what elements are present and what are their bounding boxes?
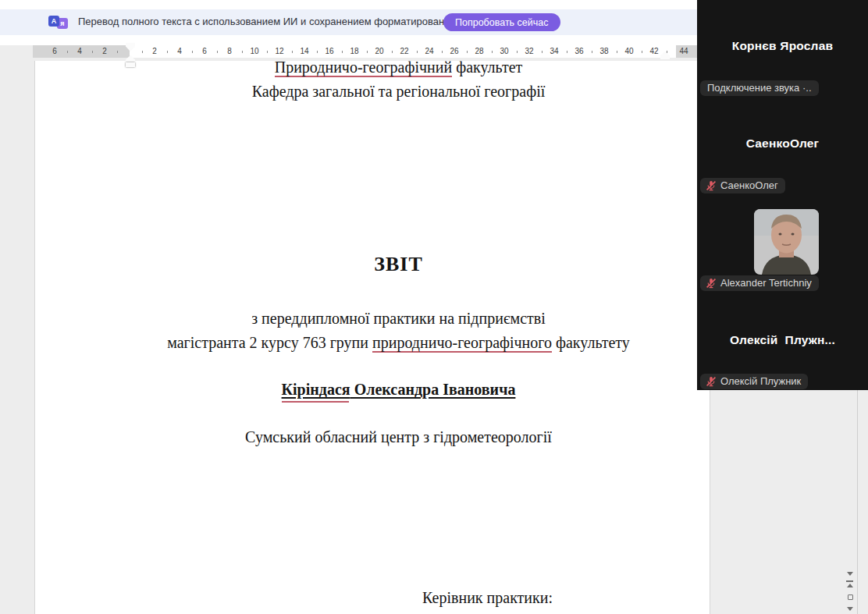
ruler-number: 14 [298, 47, 311, 55]
ruler-tick [342, 51, 343, 53]
ruler-tick [492, 51, 493, 53]
student-line-after: факультету [552, 334, 630, 351]
scrollbar-navigation [842, 568, 858, 614]
ruler-tick [67, 51, 68, 53]
ruler-number: 6 [198, 47, 211, 55]
organization-line: Сумський обласний центр з гідрометеороло… [131, 425, 666, 449]
report-title: ЗВІТ [131, 250, 666, 279]
translate-icon-letter-a: A [48, 16, 59, 27]
ruler-number: 2 [98, 47, 111, 55]
ruler-tick [217, 51, 218, 53]
top-strip [0, 0, 697, 9]
ruler-number: 6 [48, 47, 61, 55]
next-page-button[interactable] [842, 603, 858, 614]
ruler-number: 4 [73, 47, 86, 55]
ruler-number: 2 [148, 47, 161, 55]
ruler-number: 8 [223, 47, 236, 55]
ruler-tick [142, 51, 143, 53]
department-line: Кафедра загальної та регіональної геогра… [131, 80, 666, 103]
participant-video-thumbnail [754, 209, 819, 275]
student-name-rest: Олександра Івановича [350, 381, 516, 398]
student-line: магістранта 2 курсу 763 групи природничо… [131, 331, 666, 354]
ruler-tick [242, 51, 243, 53]
spellcheck-underline: Кіріндася [282, 381, 350, 398]
participant-label-text: Подключение звука ·.. [707, 82, 812, 94]
participant-tile-pluzhnyk[interactable]: Олексій Плужн... Олексій Плужник [697, 293, 868, 390]
ruler-number: 44 [678, 47, 690, 55]
ruler-tick [667, 51, 667, 53]
participant-tile-tertichniy[interactable]: Alexander Tertichniy [697, 195, 868, 293]
participant-name: Олексій Плужн... [697, 333, 868, 347]
participant-name: СаенкоОлег [697, 137, 868, 151]
try-now-button[interactable]: Попробовать сейчас [443, 13, 560, 31]
participant-label: Подключение звука ·.. [700, 80, 819, 96]
participant-label: Олексій Плужник [700, 374, 808, 389]
ruler-tick [292, 51, 293, 53]
scroll-down-button[interactable] [842, 568, 858, 580]
participant-label: СаенкоОлег [700, 178, 785, 193]
participant-label: Alexander Tertichniy [700, 275, 819, 291]
supervisor-line: Керівник практики: [422, 586, 553, 609]
ruler-number: 20 [373, 47, 386, 55]
ruler-number: 36 [573, 47, 585, 55]
ruler-number: 4 [173, 47, 186, 55]
left-indent-marker[interactable] [126, 62, 135, 67]
ruler-tick [317, 51, 318, 53]
spellcheck-underline: Природничо-географічний [275, 61, 452, 77]
ruler-number: 18 [348, 47, 361, 55]
ruler-tick [442, 51, 443, 53]
meeting-participants-panel: Корнєв Ярослав Подключение звука ·.. Сае… [697, 0, 868, 390]
previous-page-button[interactable] [842, 580, 858, 591]
translate-banner: A я Перевод полного текста с использован… [0, 9, 697, 35]
ruler-tick [617, 51, 617, 53]
ruler-tick [592, 51, 592, 53]
faculty-line: Природничо-географічний факультет [131, 61, 666, 79]
participant-label-text: СаенкоОлег [720, 179, 778, 191]
ruler-number: 42 [648, 47, 660, 55]
ruler-number: 40 [623, 47, 635, 55]
translate-icon: A я [48, 16, 70, 29]
ruler-number: 30 [498, 47, 510, 55]
ruler-tick [467, 51, 468, 53]
ruler-number: 22 [398, 47, 411, 55]
ruler-number: 26 [448, 47, 461, 55]
faculty-line-rest: факультет [452, 61, 522, 76]
select-browse-object-button[interactable] [842, 591, 858, 603]
ruler-number: 38 [598, 47, 610, 55]
ruler-number: 12 [273, 47, 286, 55]
ruler-number: 34 [548, 47, 560, 55]
toolbar-gap [0, 35, 697, 45]
muted-mic-icon [706, 376, 717, 387]
ruler-tick [542, 51, 542, 53]
spellcheck-underline: природничо-географічного [372, 334, 552, 353]
ruler-tick [117, 51, 118, 53]
ruler-tick [392, 51, 393, 53]
ruler-number: 24 [423, 47, 436, 55]
ruler-number: 32 [523, 47, 535, 55]
ruler-number: 10 [248, 47, 261, 55]
participant-label-text: Alexander Tertichniy [720, 277, 812, 289]
muted-mic-icon [706, 180, 717, 191]
document-page[interactable]: Природничо-географічний факультет Кафедр… [34, 61, 710, 614]
ruler-tick [192, 51, 193, 53]
participant-name: Корнєв Ярослав [697, 39, 868, 53]
participant-tile-kornev[interactable]: Корнєв Ярослав Подключение звука ·.. [697, 0, 868, 98]
ruler-tick [567, 51, 567, 53]
ruler-tick [167, 51, 168, 53]
student-line-before: магістранта 2 курсу 763 групи [167, 334, 372, 351]
participant-face [754, 209, 819, 275]
muted-mic-icon [706, 278, 717, 289]
ruler-tick [267, 51, 268, 53]
ruler-tick [92, 51, 93, 53]
participant-label-text: Олексій Плужник [720, 375, 801, 387]
ruler-number: 16 [323, 47, 336, 55]
ruler-tick [642, 51, 642, 53]
ruler-tick [517, 51, 518, 53]
ruler-tick [417, 51, 418, 53]
banner-message: Перевод полного текста с использованием … [78, 16, 458, 27]
ruler-tick [367, 51, 368, 53]
participant-tile-saenko[interactable]: СаенкоОлег СаенкоОлег [697, 98, 868, 195]
ruler-number: 28 [473, 47, 486, 55]
student-name-line: Кіріндася Олександра Івановича [131, 378, 666, 401]
practice-line: з переддипломної практики на підприємств… [131, 307, 666, 330]
